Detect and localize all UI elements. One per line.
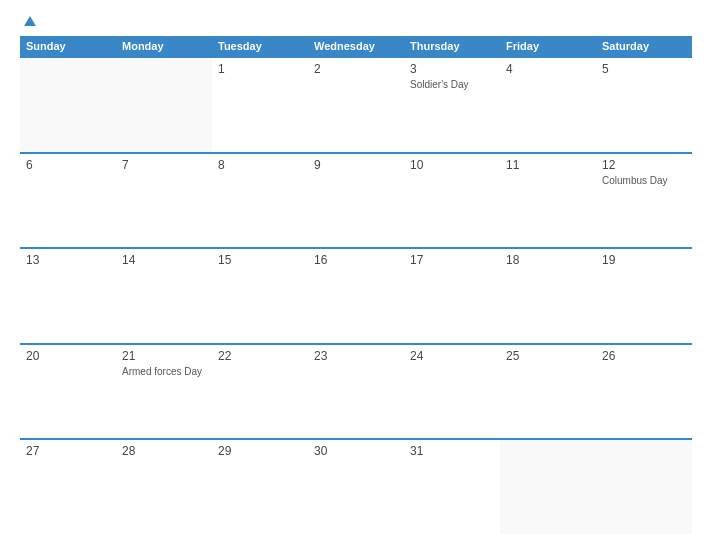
day-cell: 8 <box>212 154 308 248</box>
day-cell: 22 <box>212 345 308 439</box>
day-number: 4 <box>506 62 590 76</box>
logo-triangle-icon <box>24 16 36 26</box>
week-row-2: 6789101112Columbus Day <box>20 152 692 248</box>
day-number: 23 <box>314 349 398 363</box>
day-number: 6 <box>26 158 110 172</box>
day-cell: 19 <box>596 249 692 343</box>
day-cell: 1 <box>212 58 308 152</box>
day-number: 31 <box>410 444 494 458</box>
day-number: 20 <box>26 349 110 363</box>
day-number: 29 <box>218 444 302 458</box>
day-cell: 2 <box>308 58 404 152</box>
week-row-5: 2728293031 <box>20 438 692 534</box>
week-row-1: 123Soldier's Day45 <box>20 56 692 152</box>
day-cell: 17 <box>404 249 500 343</box>
day-number: 27 <box>26 444 110 458</box>
day-number: 24 <box>410 349 494 363</box>
day-number: 7 <box>122 158 206 172</box>
day-cell: 29 <box>212 440 308 534</box>
day-number: 16 <box>314 253 398 267</box>
day-cell <box>500 440 596 534</box>
weeks-container: 123Soldier's Day456789101112Columbus Day… <box>20 56 692 534</box>
day-cell: 13 <box>20 249 116 343</box>
day-number: 21 <box>122 349 206 363</box>
day-number: 18 <box>506 253 590 267</box>
day-cell: 12Columbus Day <box>596 154 692 248</box>
day-cell: 6 <box>20 154 116 248</box>
day-number: 5 <box>602 62 686 76</box>
day-cell: 7 <box>116 154 212 248</box>
day-cell: 25 <box>500 345 596 439</box>
day-header-monday: Monday <box>116 36 212 56</box>
day-cell: 21Armed forces Day <box>116 345 212 439</box>
day-cell: 16 <box>308 249 404 343</box>
day-cell: 31 <box>404 440 500 534</box>
day-event: Columbus Day <box>602 174 686 187</box>
day-header-wednesday: Wednesday <box>308 36 404 56</box>
day-cell: 5 <box>596 58 692 152</box>
day-header-saturday: Saturday <box>596 36 692 56</box>
day-cell <box>20 58 116 152</box>
day-header-tuesday: Tuesday <box>212 36 308 56</box>
day-number: 12 <box>602 158 686 172</box>
day-number: 3 <box>410 62 494 76</box>
day-headers-row: SundayMondayTuesdayWednesdayThursdayFrid… <box>20 36 692 56</box>
day-cell: 10 <box>404 154 500 248</box>
day-header-friday: Friday <box>500 36 596 56</box>
day-number: 1 <box>218 62 302 76</box>
day-cell: 26 <box>596 345 692 439</box>
day-cell: 4 <box>500 58 596 152</box>
day-cell: 15 <box>212 249 308 343</box>
day-cell: 18 <box>500 249 596 343</box>
day-cell: 14 <box>116 249 212 343</box>
day-number: 30 <box>314 444 398 458</box>
day-number: 8 <box>218 158 302 172</box>
day-cell: 24 <box>404 345 500 439</box>
day-cell: 3Soldier's Day <box>404 58 500 152</box>
day-number: 22 <box>218 349 302 363</box>
day-cell <box>596 440 692 534</box>
day-cell <box>116 58 212 152</box>
day-number: 9 <box>314 158 398 172</box>
day-header-thursday: Thursday <box>404 36 500 56</box>
day-cell: 27 <box>20 440 116 534</box>
day-number: 11 <box>506 158 590 172</box>
day-number: 26 <box>602 349 686 363</box>
day-cell: 20 <box>20 345 116 439</box>
day-event: Soldier's Day <box>410 78 494 91</box>
day-number: 19 <box>602 253 686 267</box>
calendar: SundayMondayTuesdayWednesdayThursdayFrid… <box>20 36 692 534</box>
day-number: 15 <box>218 253 302 267</box>
day-number: 2 <box>314 62 398 76</box>
day-cell: 30 <box>308 440 404 534</box>
day-number: 10 <box>410 158 494 172</box>
day-cell: 9 <box>308 154 404 248</box>
day-number: 13 <box>26 253 110 267</box>
week-row-3: 13141516171819 <box>20 247 692 343</box>
week-row-4: 2021Armed forces Day2223242526 <box>20 343 692 439</box>
header <box>20 16 692 26</box>
day-header-sunday: Sunday <box>20 36 116 56</box>
day-number: 14 <box>122 253 206 267</box>
day-cell: 11 <box>500 154 596 248</box>
day-number: 25 <box>506 349 590 363</box>
day-number: 28 <box>122 444 206 458</box>
logo-blue-text <box>20 16 36 26</box>
day-number: 17 <box>410 253 494 267</box>
day-cell: 28 <box>116 440 212 534</box>
page: SundayMondayTuesdayWednesdayThursdayFrid… <box>0 0 712 550</box>
day-cell: 23 <box>308 345 404 439</box>
day-event: Armed forces Day <box>122 365 206 378</box>
logo <box>20 16 36 26</box>
